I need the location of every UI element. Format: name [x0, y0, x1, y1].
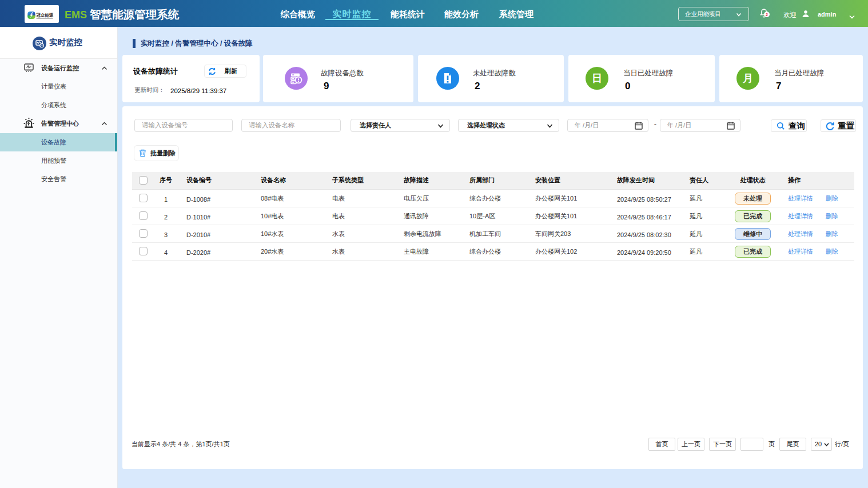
svg-text:冠众能源: 冠众能源 [35, 13, 54, 18]
svg-text:2: 2 [766, 13, 768, 17]
